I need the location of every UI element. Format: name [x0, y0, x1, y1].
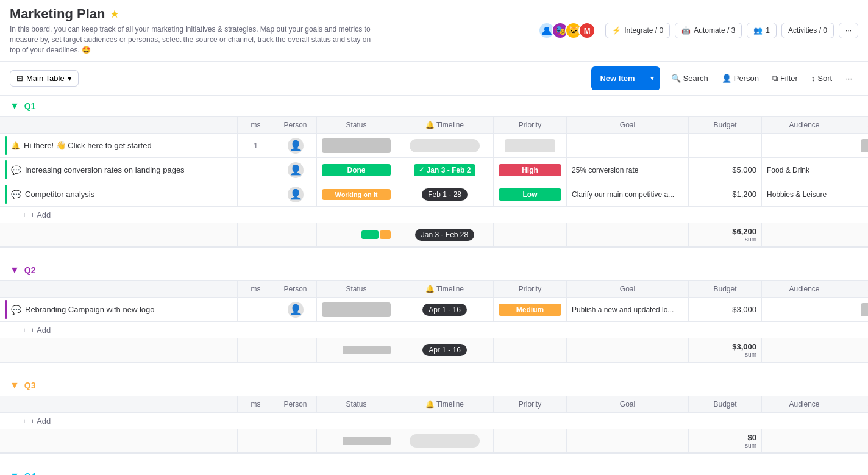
- col-budget-q3: Budget: [689, 396, 762, 412]
- cell-status-3[interactable]: Working on it: [317, 182, 396, 206]
- toolbar-more-icon: ···: [845, 74, 852, 83]
- sum-cell-ms-q1: [238, 223, 274, 246]
- activities-label: Activities / 0: [788, 26, 827, 35]
- sum-cell-budget-q3: $0 sum: [689, 429, 762, 452]
- group-q4-chevron[interactable]: ▼: [10, 471, 20, 475]
- activities-button[interactable]: Activities / 0: [781, 23, 834, 38]
- group-q3: ▼ Q3 ms Person Status 🔔 Timeline Priorit…: [0, 375, 868, 454]
- q1-add-row[interactable]: + + Add: [0, 207, 868, 223]
- cell-status-1[interactable]: [317, 134, 396, 157]
- toolbar-more-button[interactable]: ···: [839, 71, 858, 86]
- person-icon-3: 👤: [290, 188, 302, 200]
- priority-badge-2: High: [499, 164, 561, 176]
- sum-cell-person-q2: [274, 338, 317, 362]
- cell-source-2[interactable]: Youtube: [847, 158, 868, 182]
- automate-button[interactable]: 🤖 Automate / 3: [675, 23, 742, 38]
- cell-timeline-2[interactable]: ✓ Jan 3 - Feb 2: [396, 158, 494, 182]
- sum-cell-status-q1: [317, 223, 396, 246]
- integrate-button[interactable]: ⚡ Integrate / 0: [605, 23, 670, 38]
- cell-audience-q2-1: [762, 298, 847, 321]
- main-table-button[interactable]: ⊞ Main Table ▾: [10, 70, 79, 87]
- cell-status-q2-1[interactable]: [317, 298, 396, 321]
- cell-priority-3[interactable]: Low: [494, 182, 567, 206]
- table-row: 💬 Increasing conversion rates on landing…: [0, 158, 868, 182]
- group-q1-header: ▼ Q1: [0, 96, 868, 116]
- cell-person-3[interactable]: 👤: [274, 182, 317, 206]
- sum-cell-name-q2: [0, 338, 238, 362]
- add-label-q1: + Add: [30, 210, 51, 220]
- col-timeline: 🔔 Timeline: [396, 117, 494, 133]
- star-icon[interactable]: ★: [110, 7, 119, 21]
- col-priority-q3: Priority: [494, 396, 567, 412]
- sum-cell-goal-q1: [567, 223, 689, 246]
- members-label: 1: [766, 26, 770, 35]
- integrate-label: Integrate / 0: [624, 26, 663, 35]
- automate-icon: 🤖: [681, 26, 691, 35]
- sort-icon: ↕: [811, 74, 816, 83]
- cell-priority-1[interactable]: [494, 134, 567, 157]
- filter-button[interactable]: ⧉ Filter: [766, 71, 804, 87]
- row-border: [5, 136, 7, 155]
- cell-audience-2: Food & Drink: [762, 158, 847, 182]
- new-item-label[interactable]: New Item: [591, 70, 643, 87]
- timeline-badge-3: Feb 1 - 28: [422, 188, 468, 201]
- title-row: Marketing Plan ★: [10, 6, 375, 22]
- col-ms: ms: [238, 117, 274, 133]
- source-empty-q2-1: [861, 303, 868, 316]
- new-item-dropdown-icon[interactable]: ▾: [644, 71, 660, 86]
- group-q1-label: Q1: [24, 101, 36, 111]
- person-button[interactable]: 👤 Person: [716, 71, 765, 86]
- sort-label: Sort: [817, 74, 832, 83]
- cell-goal-2: 25% conversion rate: [567, 158, 689, 182]
- q3-col-headers: ms Person Status 🔔 Timeline Priority Goa…: [0, 396, 868, 413]
- table-row: 💬 Competitor analysis 👤 Working on it Fe…: [0, 182, 868, 207]
- audience-text-3: Hobbies & Leisure: [767, 190, 827, 199]
- col-name-q2: [0, 281, 238, 297]
- cell-name-3: 💬 Competitor analysis: [0, 182, 238, 206]
- cell-goal-q2-1: Publish a new and updated lo...: [567, 298, 689, 321]
- group-q1-chevron[interactable]: ▼: [10, 101, 20, 112]
- cell-priority-q2-1[interactable]: Medium: [494, 298, 567, 321]
- summary-timeline-q2: Apr 1 - 16: [422, 344, 467, 356]
- filter-label: Filter: [780, 74, 798, 83]
- item-name-3[interactable]: Competitor analysis: [25, 190, 94, 199]
- q3-add-row[interactable]: + + Add: [0, 413, 868, 429]
- bar-green: [361, 230, 379, 239]
- sum-cell-audience-q1: [762, 223, 847, 246]
- cell-person-2[interactable]: 👤: [274, 158, 317, 182]
- cell-person-1[interactable]: 👤: [274, 134, 317, 157]
- header-more-button[interactable]: ···: [839, 23, 858, 38]
- budget-sum-label-q3: sum: [745, 442, 756, 449]
- group-q2-chevron[interactable]: ▼: [10, 265, 20, 276]
- cell-source-3[interactable]: Instagram: [847, 182, 868, 206]
- col-name-q3: [0, 396, 238, 412]
- table-icon: ⊞: [16, 74, 23, 83]
- search-button[interactable]: 🔍 Search: [665, 71, 714, 86]
- item-name-2[interactable]: Increasing conversion rates on landing p…: [25, 165, 185, 174]
- q1-col-headers: ms Person Status 🔔 Timeline Priority Goa…: [0, 116, 868, 134]
- sum-cell-source-q1: [847, 223, 868, 246]
- sort-button[interactable]: ↕ Sort: [805, 71, 838, 86]
- q2-add-row[interactable]: + + Add: [0, 322, 868, 338]
- sum-cell-ms-q3: [238, 429, 274, 452]
- table-row: 🔔 Hi there! 👋 Click here to get started …: [0, 134, 868, 158]
- cell-timeline-3[interactable]: Feb 1 - 28: [396, 182, 494, 206]
- members-button[interactable]: 👥 1: [747, 23, 777, 38]
- integrate-icon: ⚡: [612, 26, 621, 35]
- col-goal-q3: Goal: [567, 396, 689, 412]
- cell-person-q2-1[interactable]: 👤: [274, 298, 317, 321]
- cell-timeline-q2-1[interactable]: Apr 1 - 16: [396, 298, 494, 321]
- item-name-1[interactable]: Hi there! 👋 Click here to get started: [24, 141, 152, 150]
- sum-cell-ms-q2: [238, 338, 274, 362]
- col-goal-q2: Goal: [567, 281, 689, 297]
- new-item-button-group[interactable]: New Item ▾: [591, 66, 660, 90]
- cell-status-2[interactable]: Done: [317, 158, 396, 182]
- status-badge-q2-1: [322, 302, 391, 317]
- cell-audience-3: Hobbies & Leisure: [762, 182, 847, 206]
- cell-priority-2[interactable]: High: [494, 158, 567, 182]
- col-ms-q3: ms: [238, 396, 274, 412]
- item-name-q2-1[interactable]: Rebranding Campaign with new logo: [25, 305, 154, 314]
- group-q3-chevron[interactable]: ▼: [10, 380, 20, 391]
- col-budget-q2: Budget: [689, 281, 762, 297]
- cell-timeline-1[interactable]: [396, 134, 494, 157]
